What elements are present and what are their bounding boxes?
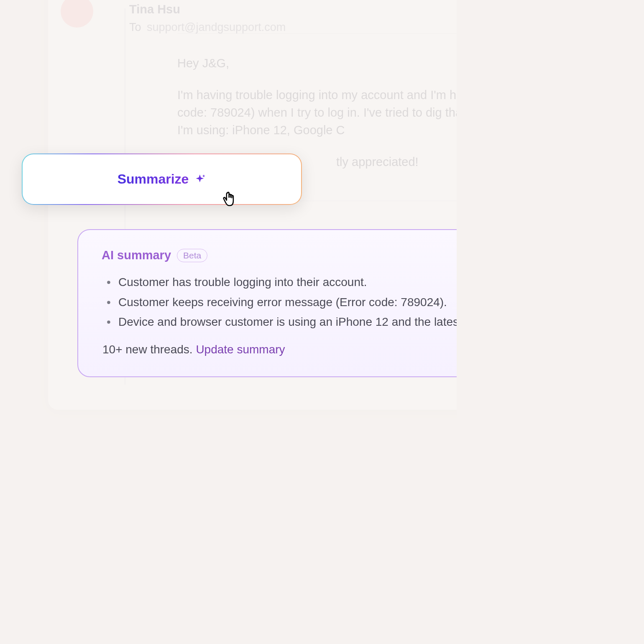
ai-summary-bullet: Customer has trouble logging into their … — [107, 272, 457, 292]
pointer-cursor-icon — [221, 188, 240, 207]
ai-summary-title: AI summary — [102, 248, 171, 262]
email-greeting: Hey J&G, — [177, 54, 457, 72]
ai-summary-list: Customer has trouble logging into their … — [102, 272, 457, 332]
new-threads-count: 10+ new threads. — [102, 343, 196, 356]
to-label: To — [129, 21, 141, 33]
beta-badge: Beta — [177, 249, 207, 262]
sparkle-icon — [194, 174, 206, 185]
sender-name: Tina Hsu — [129, 3, 180, 16]
recipient-row: To support@jandgsupport.com — [129, 21, 286, 34]
to-address: support@jandgsupport.com — [147, 21, 286, 33]
summarize-label: Summarize — [118, 171, 189, 187]
ai-summary-bullet: Customer keeps receiving error message (… — [107, 292, 457, 312]
update-summary-link[interactable]: Update summary — [196, 343, 285, 356]
ai-summary-bullet: Device and browser customer is using an … — [107, 312, 457, 332]
update-row: 10+ new threads. Update summary — [102, 343, 457, 356]
ai-summary-panel: AI summary Beta Customer has trouble log… — [77, 229, 457, 377]
summarize-button[interactable]: Summarize — [22, 153, 302, 205]
email-paragraph-1: I'm having trouble logging into my accou… — [177, 86, 457, 139]
